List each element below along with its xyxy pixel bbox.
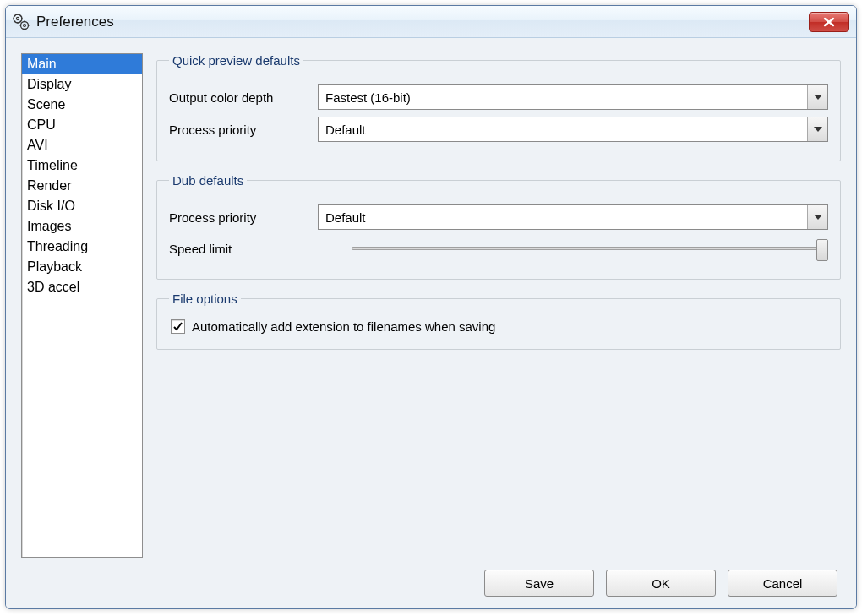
sidebar-item-avi[interactable]: AVI (22, 135, 142, 155)
dropdown-button[interactable] (807, 117, 827, 141)
preferences-window: Preferences MainDisplaySceneCPUAVITimeli… (5, 5, 857, 609)
dub-process-priority-combo[interactable]: Default (318, 204, 828, 230)
combo-value: Fastest (16-bit) (319, 85, 807, 109)
sidebar-item-timeline[interactable]: Timeline (22, 155, 142, 176)
field-label: Speed limit (169, 242, 318, 256)
sidebar-item-playback[interactable]: Playback (22, 257, 142, 277)
svg-point-11 (24, 24, 26, 26)
save-button[interactable]: Save (484, 570, 594, 597)
svg-line-9 (14, 20, 15, 21)
speed-limit-slider[interactable] (352, 237, 828, 260)
checkmark-icon (172, 321, 183, 332)
sidebar-item-threading[interactable]: Threading (22, 237, 142, 257)
category-list[interactable]: MainDisplaySceneCPUAVITimelineRenderDisk… (21, 53, 143, 558)
output-color-depth-row: Output color depth Fastest (16-bit) (169, 84, 828, 110)
sidebar-item-3d-accel[interactable]: 3D accel (22, 277, 142, 297)
field-label: Process priority (169, 210, 318, 225)
chevron-down-icon (814, 95, 822, 100)
qp-process-priority-row: Process priority Default (169, 117, 828, 142)
titlebar: Preferences (6, 6, 856, 38)
slider-thumb[interactable] (816, 239, 828, 261)
svg-point-1 (16, 17, 19, 19)
dropdown-button[interactable] (807, 205, 827, 229)
dialog-body: MainDisplaySceneCPUAVITimelineRenderDisk… (6, 38, 856, 558)
auto-extension-checkbox-row[interactable]: Automatically add extension to filenames… (169, 316, 828, 337)
group-legend: File options (169, 292, 241, 306)
field-label: Output color depth (169, 90, 318, 105)
sidebar-item-cpu[interactable]: CPU (22, 115, 142, 135)
output-color-depth-combo[interactable]: Fastest (16-bit) (318, 84, 828, 110)
sidebar-item-render[interactable]: Render (22, 176, 142, 196)
speed-limit-row: Speed limit (169, 237, 828, 260)
window-title: Preferences (36, 14, 809, 30)
close-icon (823, 17, 835, 27)
settings-panel: Quick preview defaults Output color dept… (156, 53, 841, 558)
combo-value: Default (319, 117, 807, 141)
svg-line-6 (14, 15, 15, 16)
sidebar-item-display[interactable]: Display (22, 74, 142, 95)
checkbox-label: Automatically add extension to filenames… (192, 319, 495, 334)
chevron-down-icon (814, 215, 822, 220)
checkbox[interactable] (171, 319, 185, 334)
quick-preview-group: Quick preview defaults Output color dept… (156, 53, 841, 161)
field-label: Process priority (169, 123, 318, 137)
close-button[interactable] (809, 12, 849, 32)
svg-line-7 (20, 20, 21, 21)
ok-button[interactable]: OK (606, 570, 716, 597)
svg-point-10 (21, 21, 29, 29)
sidebar-item-disk-i-o[interactable]: Disk I/O (22, 196, 142, 216)
dropdown-button[interactable] (807, 85, 827, 109)
sidebar-item-scene[interactable]: Scene (22, 95, 142, 115)
slider-rail (352, 247, 828, 250)
group-legend: Dub defaults (169, 173, 247, 188)
chevron-down-icon (814, 127, 822, 132)
dub-defaults-group: Dub defaults Process priority Default Sp… (156, 173, 841, 280)
file-options-group: File options Automatically add extension… (156, 292, 841, 350)
cancel-button[interactable]: Cancel (728, 570, 837, 597)
combo-value: Default (319, 205, 807, 229)
group-legend: Quick preview defaults (169, 53, 303, 68)
sidebar-item-main[interactable]: Main (22, 54, 142, 74)
sidebar-item-images[interactable]: Images (22, 216, 142, 237)
app-gear-icon (13, 14, 30, 30)
qp-process-priority-combo[interactable]: Default (318, 117, 828, 142)
dialog-footer: Save OK Cancel (6, 558, 856, 608)
svg-line-8 (20, 15, 21, 16)
dub-process-priority-row: Process priority Default (169, 204, 828, 230)
